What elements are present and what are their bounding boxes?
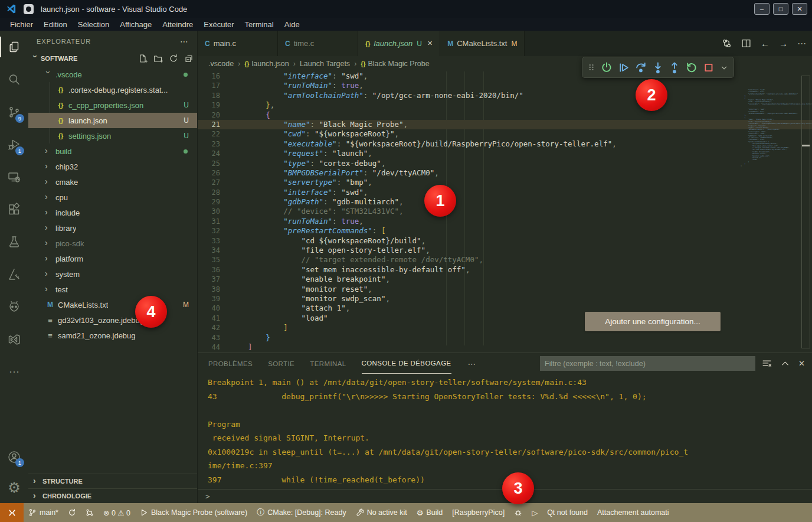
code-line-27[interactable]: 27 "servertype": "bmp", <box>198 178 812 187</box>
code-line-38[interactable]: 38 "monitor reset", <box>198 285 812 294</box>
explorer-item-cpu[interactable]: ›cpu <box>28 190 197 205</box>
editor-more-actions-icon[interactable]: ⋯ <box>797 38 806 49</box>
section-chronologie[interactable]: ›CHRONOLOGIE <box>28 488 197 503</box>
explorer-item-.cortex-debug.registers.stat...[interactable]: {}.cortex-debug.registers.stat... <box>28 82 197 97</box>
code-line-36[interactable]: 36 "set mem inaccessible-by-default off"… <box>198 265 812 275</box>
status-bug[interactable] <box>509 503 527 522</box>
explorer-item-pico-sdk[interactable]: ›pico-sdk <box>28 236 197 251</box>
minimap[interactable]: "interface": "swd", "runToMain": true, "… <box>737 89 799 171</box>
account-icon[interactable]: 1 <box>0 442 28 472</box>
code-line-37[interactable]: 37 "enable breakpoint", <box>198 275 812 284</box>
code-line-18[interactable]: 18 "armToolchainPath": "/opt/gcc-arm-non… <box>198 91 812 100</box>
status-debug-target[interactable]: Black Magic Probe (software) <box>135 503 252 522</box>
code-line-26[interactable]: 26 "BMPGDBSerialPort": "/dev/ttyACM0", <box>198 168 812 178</box>
code-line-35[interactable]: 35 // "target extended-remote /dev/ttyAC… <box>198 255 812 265</box>
status-git-graph[interactable] <box>81 503 99 522</box>
breadcrumb-symbol[interactable]: Launch Targets <box>300 60 350 68</box>
menu-item-exécuter[interactable]: Exécuter <box>198 20 239 29</box>
status-auto-attach[interactable]: Attachement automati <box>592 503 674 522</box>
explorer-item-.vscode[interactable]: ›.vscode <box>28 67 197 82</box>
code-line-30[interactable]: 30 // "device": "STM32L431VC", <box>198 207 812 216</box>
menu-item-edition[interactable]: Edition <box>38 20 73 29</box>
breadcrumb-config[interactable]: Black Magic Probe <box>368 60 429 68</box>
code-editor[interactable]: 16 "interface": "swd",17 "runToMain": tr… <box>198 71 812 353</box>
menu-item-aide[interactable]: Aide <box>279 20 305 29</box>
panel-tab-PROBLÈMES[interactable]: PROBLÈMES <box>208 353 253 374</box>
test-beaker-icon[interactable] <box>0 226 28 258</box>
debug-filter-input[interactable] <box>540 356 755 371</box>
menu-item-affichage[interactable]: Affichage <box>114 20 157 29</box>
clear-console-icon[interactable] <box>762 358 772 368</box>
debug-console-output[interactable]: Breakpoint 1, main () at /mnt/data/git/o… <box>198 376 812 487</box>
status-branch[interactable]: main* <box>24 503 63 522</box>
navigate-back-icon[interactable]: ← <box>761 38 770 48</box>
explorer-item-launch.json[interactable]: {}launch.jsonU <box>28 113 197 128</box>
panel-tab-SORTIE[interactable]: SORTIE <box>268 353 294 374</box>
navigate-forward-icon[interactable]: → <box>779 38 788 48</box>
add-configuration-button[interactable]: Ajouter une configuration... <box>585 312 721 331</box>
run-debug-icon[interactable]: 1 <box>0 128 28 161</box>
menu-item-atteindre[interactable]: Atteindre <box>157 20 198 29</box>
new-folder-icon[interactable] <box>153 54 163 63</box>
status-problems[interactable]: ⊗ 0 ⚠ 0 <box>99 503 135 522</box>
alien-debugger-icon[interactable] <box>0 291 28 323</box>
maximize-panel-icon[interactable] <box>781 359 790 368</box>
explorer-item-CMakeLists.txt[interactable]: MCMakeLists.txtM <box>28 297 197 312</box>
close-panel-icon[interactable]: ✕ <box>798 359 805 368</box>
breadcrumb-file[interactable]: launch.json <box>251 60 289 68</box>
tab-main.c[interactable]: Cmain.c <box>198 31 278 56</box>
remote-explorer-icon[interactable] <box>0 161 28 193</box>
status-kit[interactable]: No active kit <box>351 503 412 522</box>
status-sync[interactable] <box>63 503 81 522</box>
settings-gear-icon[interactable]: ⚙ <box>0 472 28 503</box>
code-line-31[interactable]: 31 "runToMain": true, <box>198 217 812 226</box>
extensions-icon[interactable] <box>0 193 28 226</box>
explorer-item-include[interactable]: ›include <box>28 205 197 220</box>
status-launch[interactable]: ▷ <box>527 503 542 522</box>
stop-button[interactable] <box>703 61 715 74</box>
chevron-down-icon[interactable] <box>720 63 728 72</box>
menu-item-terminal[interactable]: Terminal <box>240 20 279 29</box>
explorer-item-library[interactable]: ›library <box>28 220 197 236</box>
code-line-23[interactable]: 23 "executable": "${workspaceRoot}/build… <box>198 139 812 149</box>
breadcrumb-folder[interactable]: .vscode <box>208 60 234 68</box>
vs-logo-icon[interactable] <box>0 323 28 355</box>
status-cmake-status[interactable]: ⓘCMake: [Debug]: Ready <box>252 503 351 522</box>
code-line-19[interactable]: 19 }, <box>198 100 812 110</box>
restart-button[interactable] <box>686 61 698 74</box>
maximize-button[interactable]: □ <box>773 3 788 15</box>
explorer-item-gd32vf103_ozone.jdebug[interactable]: ≡gd32vf103_ozone.jdebug <box>28 312 197 328</box>
editor-scrollbar[interactable] <box>801 76 810 348</box>
section-structure[interactable]: ›STRUCTURE <box>28 474 197 488</box>
status-build[interactable]: ⚙Build <box>412 503 447 522</box>
refresh-icon[interactable] <box>169 54 178 63</box>
more-views-icon[interactable]: ⋯ <box>0 355 28 388</box>
power-button[interactable] <box>601 61 613 74</box>
explorer-item-chip32[interactable]: ›chip32 <box>28 159 197 174</box>
source-control-icon[interactable]: 9 <box>0 96 28 128</box>
search-icon[interactable] <box>0 63 28 96</box>
code-line-39[interactable]: 39 "monitor swdp_scan", <box>198 294 812 304</box>
minimize-button[interactable]: – <box>754 3 770 15</box>
split-editor-icon[interactable] <box>741 38 751 48</box>
close-icon[interactable]: ✕ <box>427 40 433 47</box>
code-line-32[interactable]: 32 "preRestartCommands": [ <box>198 226 812 236</box>
code-line-29[interactable]: 29 "gdbPath": "gdb-multiarch", <box>198 197 812 207</box>
code-line-24[interactable]: 24 "request": "launch", <box>198 149 812 158</box>
step-out-button[interactable] <box>669 61 680 74</box>
explorer-item-samd21_ozone.jdebug[interactable]: ≡samd21_ozone.jdebug <box>28 328 197 343</box>
explorer-item-system[interactable]: ›system <box>28 266 197 282</box>
cmake-tools-icon[interactable] <box>0 258 28 291</box>
explorer-icon[interactable] <box>0 31 28 63</box>
explorer-item-platform[interactable]: ›platform <box>28 251 197 266</box>
code-line-44[interactable]: 44 ] <box>198 342 812 352</box>
step-over-button[interactable] <box>635 61 647 74</box>
code-line-22[interactable]: 22 "cwd": "${workspaceRoot}", <box>198 129 812 139</box>
continue-button[interactable] <box>618 61 630 74</box>
code-line-43[interactable]: 43 } <box>198 333 812 342</box>
tab-launch.json[interactable]: {}launch.jsonU✕ <box>358 31 440 56</box>
code-line-25[interactable]: 25 "type": "cortex-debug", <box>198 159 812 168</box>
explorer-item-build[interactable]: ›build <box>28 143 197 159</box>
open-changes-icon[interactable] <box>722 38 732 48</box>
status-qt[interactable]: Qt not found <box>542 503 592 522</box>
